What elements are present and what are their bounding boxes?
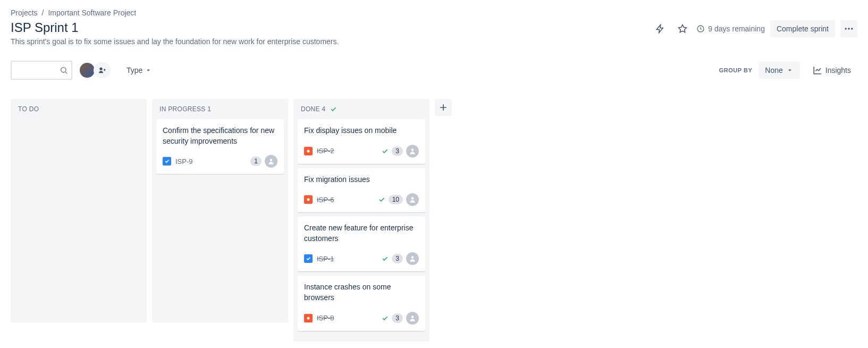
svg-point-5 (99, 68, 102, 70)
search-input-wrapper (11, 61, 72, 80)
groupby-value: None (765, 66, 782, 74)
done-check-icon (381, 314, 389, 322)
card-title: Create new feature for enterprise custom… (304, 223, 419, 244)
issue-key: ISP-8 (317, 314, 334, 322)
bug-icon (304, 195, 313, 204)
issue-card[interactable]: Instance crashes on some browsersISP-83 (298, 276, 425, 330)
svg-point-8 (411, 148, 414, 151)
estimate-badge: 3 (392, 146, 403, 156)
issue-card[interactable]: Create new feature for enterprise custom… (298, 217, 425, 271)
svg-point-11 (411, 256, 414, 259)
svg-point-2 (848, 28, 849, 29)
column-name: IN PROGRESS 1 (159, 105, 211, 113)
type-filter[interactable]: Type (122, 63, 156, 78)
column-name: DONE 4 (301, 105, 325, 113)
search-icon (60, 66, 68, 74)
svg-point-7 (307, 150, 310, 152)
done-check-icon (330, 105, 337, 113)
insights-button[interactable]: Insights (806, 61, 857, 79)
column-inprogress: IN PROGRESS 1Confirm the specifications … (152, 99, 288, 322)
issue-card[interactable]: Confirm the specifications for new secur… (156, 119, 284, 174)
card-title: Fix display issues on mobile (304, 126, 419, 136)
card-title: Fix migration issues (304, 175, 419, 185)
breadcrumb-project[interactable]: Important Software Project (48, 9, 136, 17)
estimate-badge: 3 (392, 254, 403, 263)
svg-point-9 (307, 198, 310, 201)
column-header: TO DO (15, 105, 142, 119)
task-icon (163, 157, 171, 165)
column-todo: TO DO (11, 99, 147, 322)
issue-key: ISP-2 (317, 147, 334, 155)
more-menu-icon[interactable] (840, 20, 857, 37)
column-done: DONE 4Fix display issues on mobileISP-23… (293, 99, 429, 342)
assignee-avatar[interactable] (406, 145, 419, 158)
svg-point-3 (851, 28, 853, 29)
issue-key: ISP-1 (317, 255, 334, 263)
complete-sprint-button[interactable]: Complete sprint (770, 20, 835, 37)
svg-point-6 (270, 159, 273, 162)
assignee-avatar[interactable] (406, 312, 419, 325)
issue-key: ISP-9 (175, 158, 193, 165)
sprint-title: ISP Sprint 1 (11, 20, 339, 35)
assignee-avatar[interactable] (406, 252, 419, 265)
chevron-down-icon (786, 67, 794, 74)
svg-point-4 (61, 68, 66, 72)
chevron-down-icon (145, 67, 152, 74)
star-icon[interactable] (674, 20, 691, 37)
issue-key: ISP-6 (317, 196, 334, 204)
days-remaining-label: 9 days remaining (708, 24, 765, 33)
column-header: IN PROGRESS 1 (156, 105, 284, 119)
card-title: Instance crashes on some browsers (304, 282, 419, 303)
assignee-avatar[interactable] (265, 155, 277, 168)
bug-icon (304, 314, 313, 322)
done-check-icon (381, 147, 389, 155)
clock-icon (696, 24, 705, 33)
svg-point-10 (411, 197, 414, 200)
insights-icon (813, 65, 822, 75)
add-column-button[interactable] (435, 99, 452, 116)
assignee-avatar[interactable] (406, 193, 419, 206)
add-people-button[interactable] (94, 62, 111, 79)
issue-card[interactable]: Fix migration issuesISP-610 (298, 168, 425, 213)
breadcrumb-projects[interactable]: Projects (11, 9, 38, 17)
groupby-label: GROUP BY (719, 67, 752, 73)
svg-point-13 (411, 316, 414, 318)
column-header: DONE 4 (298, 105, 425, 119)
card-title: Confirm the specifications for new secur… (163, 126, 277, 146)
task-icon (304, 254, 313, 263)
estimate-badge: 3 (392, 313, 403, 323)
insights-label: Insights (825, 66, 851, 74)
automation-icon[interactable] (652, 20, 669, 37)
board: TO DOIN PROGRESS 1Confirm the specificat… (11, 99, 857, 342)
days-remaining: 9 days remaining (696, 24, 765, 33)
estimate-badge: 10 (389, 195, 403, 204)
avatar-stack (79, 62, 111, 79)
breadcrumb: Projects / Important Software Project (11, 9, 857, 17)
svg-point-1 (845, 28, 847, 29)
done-check-icon (378, 196, 385, 203)
issue-card[interactable]: Fix display issues on mobileISP-23 (298, 119, 425, 164)
column-name: TO DO (18, 105, 39, 113)
done-check-icon (381, 255, 389, 262)
groupby-select[interactable]: None (759, 62, 799, 79)
type-filter-label: Type (127, 66, 142, 74)
sprint-goal: This sprint's goal is to fix some issues… (11, 37, 339, 46)
bug-icon (304, 147, 313, 155)
breadcrumb-separator: / (42, 9, 44, 17)
svg-point-12 (307, 317, 310, 319)
estimate-badge: 1 (250, 156, 262, 166)
